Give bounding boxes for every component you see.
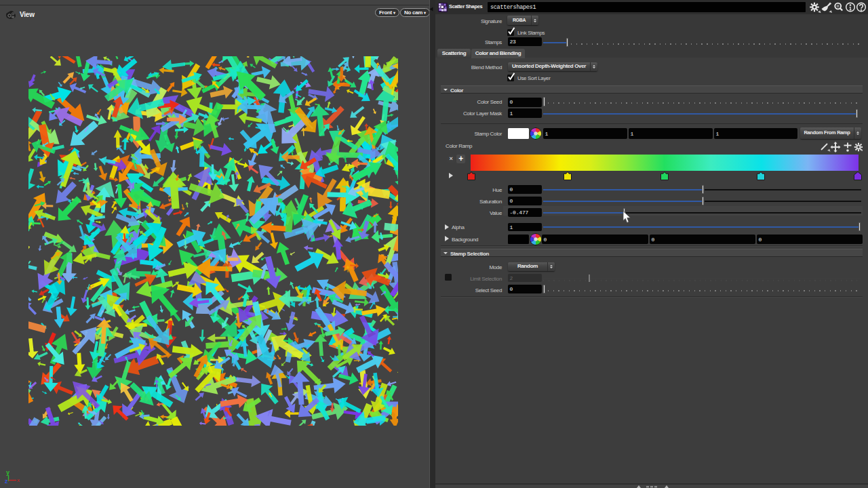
svg-text:z: z [5,478,8,485]
svg-text:x: x [17,477,20,483]
svg-text:y: y [6,469,9,476]
